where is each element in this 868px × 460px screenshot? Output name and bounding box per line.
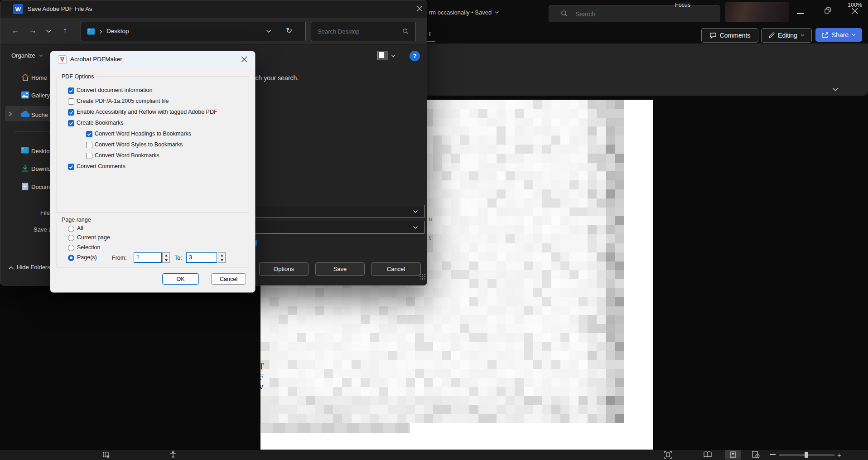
search-desktop-box[interactable]: [311, 22, 416, 41]
blur-cell: [306, 288, 315, 297]
close-dialog-button[interactable]: [416, 5, 423, 12]
print-layout-active-highlight[interactable]: [725, 450, 741, 460]
search-desktop-input[interactable]: [317, 22, 400, 41]
checkbox-accessibility-reflow[interactable]: [68, 109, 74, 116]
comments-button[interactable]: Comments: [701, 28, 758, 43]
blur-cell: [597, 100, 606, 109]
blur-cell: [542, 171, 552, 180]
expand-chevron-icon[interactable]: [9, 111, 12, 116]
breadcrumb-location[interactable]: Desktop: [106, 28, 129, 34]
to-page-input[interactable]: [186, 252, 217, 263]
account-avatar-blurred[interactable]: [725, 2, 789, 22]
hide-folders-button[interactable]: Hide Folders: [17, 264, 50, 271]
forward-button[interactable]: →: [29, 26, 37, 35]
blur-cell: [478, 252, 488, 261]
web-layout-icon[interactable]: [752, 451, 760, 458]
blur-cell: [515, 270, 524, 279]
radio-selection[interactable]: [68, 245, 74, 251]
comment-bubble-icon: [709, 32, 717, 39]
resize-grip[interactable]: [419, 273, 425, 280]
cancel-button[interactable]: Cancel: [371, 262, 421, 276]
checkbox-word-styles-bookmarks[interactable]: [86, 142, 92, 148]
blur-cell: [297, 396, 306, 405]
restore-button[interactable]: [825, 7, 831, 14]
word-search-box[interactable]: [549, 5, 720, 22]
cancel-button[interactable]: Cancel: [211, 273, 246, 285]
blur-cell: [533, 252, 543, 261]
sidebar-item-home[interactable]: Home: [31, 74, 47, 81]
status-zoom-level[interactable]: 100%: [848, 2, 862, 8]
proofing-errors-icon[interactable]: [102, 451, 110, 459]
ribbon-tab-fragment[interactable]: t: [429, 30, 431, 38]
blur-cell: [415, 351, 424, 360]
checkbox-convert-comments[interactable]: [68, 164, 74, 170]
blur-cell: [588, 288, 597, 297]
blur-cell: [506, 405, 515, 414]
checkbox-pdfa-compliant[interactable]: [68, 98, 74, 105]
recent-locations-chevron-icon[interactable]: [46, 29, 52, 33]
blur-cell: [606, 387, 615, 396]
from-label: From:: [112, 255, 127, 261]
blur-cell: [579, 163, 588, 172]
close-window-button[interactable]: [852, 8, 858, 14]
blur-cell: [579, 208, 588, 217]
blur-cell: [588, 171, 597, 180]
save-button[interactable]: Save: [315, 262, 365, 276]
zoom-slider-thumb[interactable]: [805, 452, 808, 458]
blur-cell: [606, 154, 615, 163]
desktop-location-icon: [87, 28, 95, 35]
radio-pages[interactable]: [68, 255, 74, 261]
blur-cell: [342, 369, 352, 378]
blur-cell: [469, 261, 479, 271]
help-button[interactable]: ?: [410, 51, 420, 61]
blur-cell: [306, 297, 315, 306]
blur-cell: [342, 405, 352, 414]
blur-cell: [533, 414, 543, 423]
editing-mode-button[interactable]: Editing: [761, 28, 812, 43]
refresh-icon[interactable]: ↻: [286, 26, 292, 35]
status-focus[interactable]: Focus: [675, 2, 690, 8]
blur-cell: [588, 324, 597, 333]
sidebar-item-onedrive[interactable]: Suche: [31, 111, 48, 118]
organize-menu[interactable]: Organize: [11, 52, 43, 59]
blur-cell: [579, 189, 588, 199]
blur-cell: [597, 306, 606, 315]
to-page-stepper[interactable]: [218, 252, 226, 263]
address-dropdown-chevron-icon[interactable]: [266, 29, 271, 33]
ok-button[interactable]: OK: [162, 273, 199, 285]
from-page-input[interactable]: [134, 252, 162, 263]
sidebar-item-gallery[interactable]: Gallery: [31, 92, 50, 99]
blur-cell: [379, 360, 388, 369]
checkbox-word-bookmarks[interactable]: [86, 153, 92, 159]
focus-mode-icon: [664, 451, 672, 459]
blur-cell: [260, 306, 270, 315]
blur-cell: [433, 261, 443, 271]
radio-all[interactable]: [68, 226, 74, 232]
read-mode-icon[interactable]: [703, 451, 712, 458]
radio-current-page[interactable]: [68, 235, 74, 241]
address-bar[interactable]: Desktop ↻: [81, 22, 306, 41]
blur-cell: [551, 279, 561, 288]
checkbox-word-headings-bookmarks[interactable]: [86, 131, 92, 137]
share-button[interactable]: Share: [815, 28, 862, 42]
close-pdfmaker-button[interactable]: [241, 56, 247, 63]
accessibility-icon: [169, 450, 177, 459]
minimize-button[interactable]: [797, 13, 804, 14]
blur-cell: [542, 189, 552, 199]
view-options-chevron-icon[interactable]: [391, 54, 395, 58]
blur-cell: [487, 100, 497, 109]
blur-cell: [524, 324, 533, 333]
zoom-out-button[interactable]: [770, 454, 776, 455]
blur-cell: [415, 306, 424, 315]
view-options-button[interactable]: [377, 51, 388, 60]
blur-cell: [597, 199, 606, 208]
checkbox-convert-document-information[interactable]: [68, 87, 74, 94]
options-button[interactable]: Options: [259, 262, 309, 276]
word-search-input[interactable]: [574, 5, 712, 23]
up-button[interactable]: ↑: [63, 26, 67, 35]
back-button[interactable]: ←: [11, 26, 19, 35]
from-page-stepper[interactable]: [162, 252, 170, 263]
collapse-ribbon-chevron-icon[interactable]: [832, 87, 839, 92]
checkbox-create-bookmarks[interactable]: [68, 120, 74, 126]
zoom-in-button[interactable]: +: [837, 451, 841, 459]
